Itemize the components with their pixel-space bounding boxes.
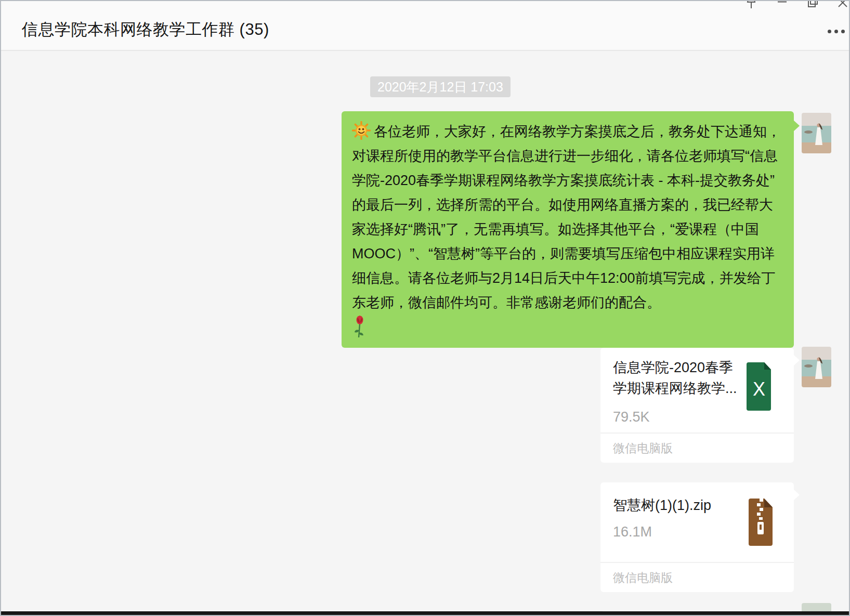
restore-window-icon[interactable] <box>807 0 819 8</box>
file-source-label: 微信电脑版 <box>600 432 794 463</box>
file-message-excel[interactable]: 信息学院-2020春季学期课程网络教学... 79.5K X 微信电脑版 <box>600 348 794 463</box>
message-text: 各位老师，大家好，在网络教学方案摸底之后，教务处下达通知，对课程所使用的教学平台… <box>352 124 781 310</box>
pin-icon[interactable] <box>746 0 757 9</box>
file-name: 智慧树(1)(1).zip <box>613 495 769 516</box>
file-message-zip[interactable]: 智慧树(1)(1).zip 16.1M 微信电脑版 <box>600 482 794 592</box>
close-icon[interactable] <box>838 0 848 8</box>
rose-emoji <box>352 315 368 339</box>
file-size: 79.5K <box>613 409 650 425</box>
timestamp-badge: 2020年2月12日 17:03 <box>370 76 511 97</box>
sun-with-face-emoji <box>352 121 371 140</box>
file-name: 信息学院-2020春季学期课程网络教学... <box>613 357 740 399</box>
card-tail <box>794 355 800 365</box>
sender-avatar[interactable] <box>802 113 831 153</box>
excel-letter: X <box>753 378 765 400</box>
chat-message-area: 2020年2月12日 17:03 各位老师，大家好，在网络教学方案摸底之后，教务… <box>1 52 849 615</box>
window-bottom-edge <box>1 611 849 615</box>
sender-avatar[interactable] <box>802 347 831 387</box>
chat-header: 信息学院本科网络教学工作群 (35) <box>1 1 849 51</box>
wechat-window: 信息学院本科网络教学工作群 (35) 2020年2月12日 17:03 <box>0 0 850 616</box>
file-source-label: 微信电脑版 <box>600 562 794 592</box>
chat-title: 信息学院本科网络教学工作群 (35) <box>22 19 269 41</box>
zip-file-icon <box>747 499 774 546</box>
file-size: 16.1M <box>613 524 652 540</box>
rose-line <box>352 315 786 339</box>
more-dots-icon[interactable] <box>828 30 845 33</box>
excel-file-icon: X <box>745 362 773 411</box>
card-tail <box>794 490 800 500</box>
outgoing-message-bubble[interactable]: 各位老师，大家好，在网络教学方案摸底之后，教务处下达通知，对课程所使用的教学平台… <box>342 111 794 348</box>
minimize-icon[interactable] <box>778 1 787 3</box>
bubble-tail <box>793 120 800 132</box>
